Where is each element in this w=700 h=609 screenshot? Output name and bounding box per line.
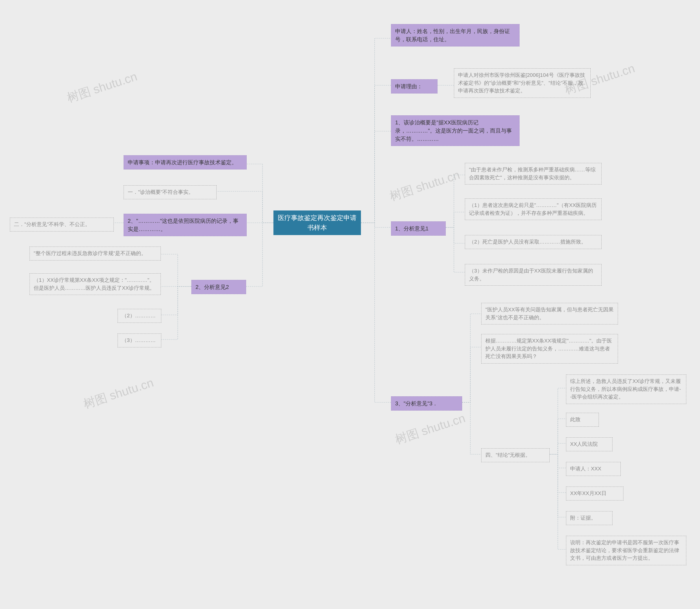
left-analysis2: 2、分析意见2 — [191, 280, 246, 294]
right-analysis1: 1、分析意见1 — [391, 221, 446, 236]
right-analysis3: 3、"分析意见"3． — [391, 396, 462, 411]
right-conclusion: 四、"结论"无根据。 — [481, 448, 550, 462]
watermark: 树图 shutu.cn — [81, 375, 156, 412]
left-a2-c3: （2）………… — [118, 309, 161, 323]
left-a2-c2: （1）XX诊疗常规第XX条XX项之规定："…………"。但是医护人员…………医护人… — [30, 273, 161, 295]
right-applicant: 申请人：姓名，性别，出生年月，民族，身份证号，联系电话，住址。 — [391, 24, 519, 47]
watermark: 树图 shutu.cn — [388, 167, 462, 205]
left-item-apply: 申请事项：申请再次进行医疗事故技术鉴定。 — [124, 155, 246, 170]
left-item-analysis-unfair: 二．"分析意见"不科学、不公正。 — [10, 218, 114, 231]
right-a1-c3: （2）死亡是医护人员没有采取…………措施所致。 — [465, 235, 601, 249]
right-a1-c2: （1）患者这次患病之前只是"…………"（有XX医院病历记录或者检查为证），并不存… — [465, 198, 601, 220]
left-item-diag-summary: 一．"诊治概要"不符合事实。 — [124, 185, 217, 199]
right-c-c4: 申请人：XXX — [566, 462, 621, 476]
right-c-c7: 说明：再次鉴定的申请书是因不服第一次医疗事故技术鉴定结论，要求省医学会重新鉴定的… — [566, 536, 686, 565]
right-c-c1: 综上所述，急救人员违反了XX诊疗常规，又未履行告知义务，所以本病例应构成医疗事故… — [566, 375, 686, 404]
right-reason: 申请理由： — [391, 79, 438, 93]
right-c-c5: XX年XX月XX日 — [566, 487, 624, 501]
left-a2-c4: （3）………… — [118, 333, 161, 347]
right-a1-c4: （3）未作尸检的原因是由于XX医院未履行告知家属的义务。 — [465, 264, 601, 286]
right-a3-c1: "医护人员XX等有关问题告知家属，但与患者死亡无因果关系"这也不是不正确的。 — [481, 303, 618, 325]
right-c-c6: 附：证据。 — [566, 511, 613, 525]
left-a2-c1: "整个医疗过程未违反急救诊疗常规"是不正确的。 — [30, 246, 161, 261]
watermark: 树图 shutu.cn — [393, 410, 467, 448]
right-c-c3: XX人民法院 — [566, 437, 613, 451]
right-a1-c1: "由于患者未作尸检，推测系多种严重基础疾病……等综合因素致死亡"，这种推测是没有… — [465, 163, 601, 185]
watermark: 树图 shutu.cn — [65, 68, 139, 106]
left-item-record: 2、"…………"这也是依照医院病历的记录，事实是…………。 — [124, 214, 246, 236]
right-reason-detail: 申请人对徐州市医学徐州医鉴[2006]104号《医疗事故技术鉴定书》的"诊治概要… — [454, 68, 591, 98]
right-a3-c2: 根据…………规定第XX条XX项规定"…………"。由于医护人员未履行法定的告知义务… — [481, 334, 618, 364]
right-c-c2: 此致 — [566, 413, 599, 427]
root-label: 医疗事故鉴定再次鉴定申请书样本 — [277, 213, 357, 232]
right-diag: 1、该诊治概要是"据XX医院病历记录，…………"。这是医方的一面之词，而且与事实… — [391, 115, 519, 146]
root-node: 医疗事故鉴定再次鉴定申请书样本 — [273, 210, 361, 235]
